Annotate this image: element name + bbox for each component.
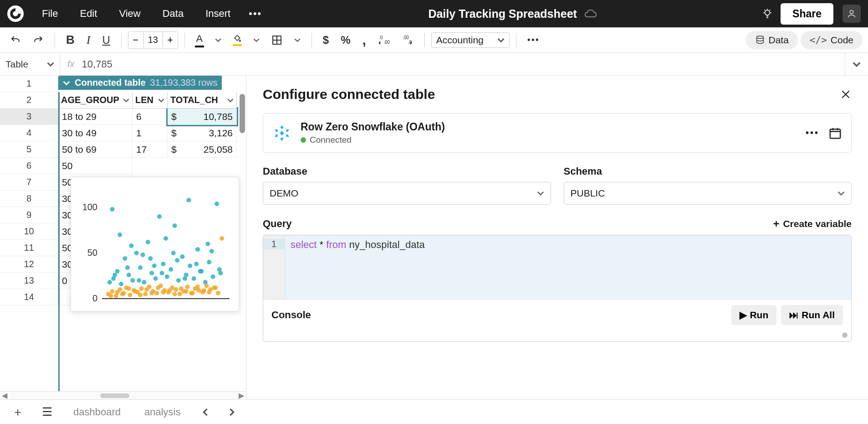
run-button[interactable]: ▶ Run: [731, 305, 776, 325]
row-header[interactable]: 1: [0, 76, 58, 92]
row-header[interactable]: 6: [0, 158, 58, 174]
connected-table-header[interactable]: Connected table 31,193,383 rows: [58, 76, 222, 90]
menu-file[interactable]: File: [33, 4, 67, 23]
connection-more-button[interactable]: •••: [806, 128, 819, 138]
row-header[interactable]: 13: [0, 273, 58, 289]
svg-point-107: [148, 256, 153, 261]
scroll-left-arrow[interactable]: ◀: [0, 391, 9, 399]
share-button[interactable]: Share: [781, 3, 833, 25]
font-size-decrease[interactable]: −: [128, 32, 143, 48]
chart-overlay[interactable]: 050100: [71, 177, 239, 311]
percent-button[interactable]: %: [336, 30, 355, 50]
redo-button[interactable]: [28, 31, 48, 49]
svg-point-70: [130, 278, 135, 283]
svg-point-62: [207, 290, 211, 295]
cell[interactable]: 30 to 49: [58, 125, 133, 141]
tab-scroll-left[interactable]: [197, 406, 214, 418]
svg-text:.00: .00: [383, 40, 390, 45]
svg-point-79: [165, 274, 169, 279]
row-header[interactable]: 10: [0, 223, 58, 240]
row-header[interactable]: 8: [0, 191, 58, 207]
decrease-decimal-button[interactable]: .0.00: [373, 31, 394, 49]
cell[interactable]: $3,126: [168, 125, 237, 141]
cell[interactable]: 50: [58, 158, 133, 174]
app-logo[interactable]: [7, 5, 24, 22]
sheet-tab[interactable]: dashboard: [66, 403, 128, 422]
name-box[interactable]: Table: [0, 53, 60, 75]
svg-point-87: [195, 247, 200, 252]
text-color-dropdown[interactable]: [210, 33, 226, 47]
text-color-button[interactable]: A: [191, 31, 208, 49]
cell[interactable]: 18 to 29: [58, 109, 133, 125]
cell[interactable]: 1: [133, 125, 168, 141]
row-header[interactable]: 14: [0, 289, 58, 305]
row-header[interactable]: 9: [0, 207, 58, 223]
scroll-right-arrow[interactable]: ▶: [237, 391, 246, 399]
row-header[interactable]: 5: [0, 141, 58, 158]
cell[interactable]: 6: [133, 109, 168, 125]
svg-point-68: [123, 256, 127, 261]
create-variable-button[interactable]: + Create variable: [773, 217, 852, 230]
underline-button[interactable]: U: [97, 30, 114, 50]
number-format-select[interactable]: Accounting: [431, 32, 510, 48]
column-header[interactable]: TOTAL_CH: [168, 92, 237, 109]
vertical-scrollbar[interactable]: [240, 94, 245, 133]
fill-color-dropdown[interactable]: [249, 33, 264, 47]
menu-view[interactable]: View: [110, 4, 149, 23]
code-pill-button[interactable]: </> Code: [801, 31, 863, 49]
row-header[interactable]: 12: [0, 256, 58, 273]
svg-point-105: [125, 265, 130, 270]
scatter-chart: 050100: [75, 185, 234, 308]
undo-button[interactable]: [5, 31, 26, 49]
horizontal-scrollbar[interactable]: [100, 393, 129, 398]
row-header[interactable]: 2: [0, 92, 58, 109]
svg-point-9: [756, 36, 763, 38]
bold-button[interactable]: B: [61, 29, 79, 51]
menu-more[interactable]: •••: [243, 4, 267, 23]
sheet-grid[interactable]: Connected table 31,193,383 rows 1250 to …: [0, 76, 246, 391]
database-select[interactable]: DEMO: [263, 182, 551, 205]
sheet-tab[interactable]: analysis: [137, 403, 188, 422]
query-label: Query: [263, 218, 292, 230]
menu-insert[interactable]: Insert: [196, 4, 240, 23]
svg-text:50: 50: [87, 248, 97, 258]
fill-color-button[interactable]: [229, 32, 246, 48]
comma-button[interactable]: ,: [358, 29, 371, 52]
row-header[interactable]: 4: [0, 125, 58, 141]
data-pill-button[interactable]: Data: [746, 31, 798, 49]
cell[interactable]: 17: [133, 141, 168, 158]
close-panel-button[interactable]: [840, 88, 852, 100]
svg-point-61: [202, 288, 206, 293]
formula-input[interactable]: 10,785: [82, 58, 845, 70]
menu-data[interactable]: Data: [153, 4, 193, 23]
cell[interactable]: 50 to 69: [58, 141, 133, 158]
column-header[interactable]: AGE_GROUP: [58, 92, 133, 109]
row-header[interactable]: 7: [0, 174, 58, 191]
row-header[interactable]: 11: [0, 240, 58, 256]
add-sheet-button[interactable]: ＋: [7, 402, 28, 422]
row-header[interactable]: 3: [0, 109, 58, 125]
tips-icon[interactable]: [758, 4, 777, 23]
formula-expand[interactable]: [845, 53, 868, 75]
font-size-value[interactable]: 13: [143, 32, 163, 48]
run-all-button[interactable]: ⏭ Run All: [781, 305, 843, 325]
document-title[interactable]: Daily Tracking Spreadsheet: [428, 7, 577, 21]
query-input[interactable]: select * from ny_hospital_data: [285, 235, 851, 299]
column-header[interactable]: LEN: [133, 92, 168, 109]
borders-dropdown[interactable]: [290, 33, 305, 47]
cell[interactable]: $10,785: [168, 109, 237, 125]
all-sheets-button[interactable]: ☰: [37, 403, 57, 421]
menu-edit[interactable]: Edit: [71, 4, 106, 23]
increase-decimal-button[interactable]: .00.0: [397, 31, 418, 49]
borders-button[interactable]: [267, 31, 287, 49]
tab-scroll-right[interactable]: [223, 406, 240, 418]
user-menu-button[interactable]: [842, 5, 861, 23]
cell[interactable]: $25,058: [168, 141, 237, 158]
console-label[interactable]: Console: [271, 309, 311, 321]
schedule-icon[interactable]: [828, 126, 842, 140]
toolbar-more[interactable]: •••: [523, 31, 544, 49]
currency-button[interactable]: $: [318, 30, 333, 50]
font-size-increase[interactable]: +: [163, 32, 178, 48]
italic-button[interactable]: I: [82, 30, 95, 51]
schema-select[interactable]: PUBLIC: [564, 182, 852, 205]
